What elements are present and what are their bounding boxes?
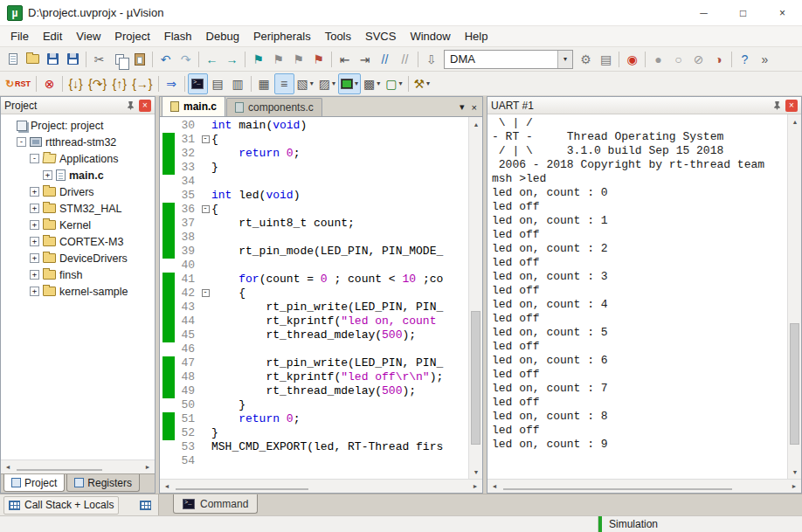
expand-icon[interactable]: + xyxy=(30,270,39,280)
tree-item-kernel[interactable]: +Kernel xyxy=(1,217,155,233)
expand-icon[interactable]: + xyxy=(43,170,52,180)
uart-vscrollbar[interactable]: ▲ ▼ xyxy=(787,114,801,479)
resize-grip[interactable] xyxy=(788,516,802,532)
redo-button[interactable]: ↷ xyxy=(176,49,196,70)
uart-output[interactable]: \ | /- RT - Thread Operating System / | … xyxy=(487,114,787,479)
watch-grid-button[interactable] xyxy=(135,496,155,515)
pin-icon[interactable] xyxy=(124,100,136,112)
save-all-button[interactable] xyxy=(63,49,83,70)
menu-project[interactable]: Project xyxy=(107,27,156,45)
disassembly-window-button[interactable]: ▤ xyxy=(208,73,228,94)
tab-list-icon[interactable]: ▾ xyxy=(460,101,465,113)
scroll-up-icon[interactable]: ▲ xyxy=(469,117,482,131)
step-into-button[interactable]: {↓} xyxy=(66,73,86,94)
menu-view[interactable]: View xyxy=(69,27,107,45)
load-application-button[interactable]: ⇩ xyxy=(421,49,441,70)
editor-hscrollbar[interactable]: ◄ ► xyxy=(160,479,482,493)
menu-svcs[interactable]: SVCS xyxy=(358,27,403,45)
save-button[interactable] xyxy=(43,49,63,70)
bookmark-toggle-button[interactable]: ⚑ xyxy=(248,49,268,70)
tree-item-finsh[interactable]: +finsh xyxy=(1,266,155,283)
open-file-button[interactable] xyxy=(23,49,43,70)
menu-tools[interactable]: Tools xyxy=(318,27,358,45)
toolbox-button[interactable]: ⚒▾ xyxy=(411,73,433,94)
bookmark-prev-button[interactable]: ⚑ xyxy=(268,49,288,70)
maximize-button[interactable]: □ xyxy=(723,0,763,25)
callstack-window-button[interactable]: ≡ xyxy=(274,73,294,94)
menu-peripherals[interactable]: Peripherals xyxy=(246,27,318,45)
scroll-thumb[interactable] xyxy=(17,469,102,471)
bookmark-clear-button[interactable]: ⚑ xyxy=(308,49,328,70)
comment-button[interactable]: // xyxy=(375,49,395,70)
tab-registers[interactable]: Registers xyxy=(66,474,140,492)
command-tab[interactable]: Command xyxy=(173,494,258,514)
expand-icon[interactable]: + xyxy=(30,220,39,230)
run-button[interactable]: ⇒ xyxy=(162,73,182,94)
tab-components-c[interactable]: components.c xyxy=(226,98,322,116)
tree-item-stm32-hal[interactable]: +STM32_HAL xyxy=(1,200,155,217)
tab-main-c[interactable]: main.c xyxy=(162,96,225,116)
reset-button[interactable]: ↻RST xyxy=(3,73,33,94)
scroll-left-icon[interactable]: ◄ xyxy=(487,480,501,494)
expand-icon[interactable]: + xyxy=(30,253,39,263)
code-editor[interactable]: 30int main(void)31-{32 return 0;33}3435i… xyxy=(160,117,468,479)
breakpoint-disable-button[interactable]: ○ xyxy=(668,49,688,70)
step-over-button[interactable]: {↷} xyxy=(86,73,109,94)
unindent-button[interactable]: ⇤ xyxy=(335,49,355,70)
tree-item-kernel-sample[interactable]: +kernel-sample xyxy=(1,283,155,300)
new-file-button[interactable] xyxy=(3,49,23,70)
project-tree[interactable]: Project: project-rtthread-stm32-Applicat… xyxy=(1,114,155,459)
scroll-down-icon[interactable]: ▼ xyxy=(788,465,801,479)
project-hscrollbar[interactable]: ◄ ► xyxy=(1,459,155,473)
tree-item-project-project[interactable]: Project: project xyxy=(1,117,155,134)
expand-icon[interactable]: + xyxy=(30,187,39,197)
scroll-thumb[interactable] xyxy=(176,488,308,490)
collapse-icon[interactable]: - xyxy=(17,137,26,147)
breakpoint-toggle-button[interactable]: ● xyxy=(648,49,668,70)
pin-icon[interactable] xyxy=(771,100,783,112)
close-icon[interactable]: × xyxy=(785,100,798,112)
tree-item-applications[interactable]: -Applications xyxy=(1,150,155,167)
menu-edit[interactable]: Edit xyxy=(36,27,69,45)
expand-icon[interactable]: + xyxy=(30,237,39,246)
scroll-right-icon[interactable]: ► xyxy=(468,480,482,494)
tab-project[interactable]: Project xyxy=(3,474,65,492)
nav-back-button[interactable]: ← xyxy=(202,49,222,70)
run-to-cursor-button[interactable]: {→} xyxy=(129,73,155,94)
bookmark-next-button[interactable]: ⚑ xyxy=(288,49,308,70)
uart-hscrollbar[interactable]: ◄ ► xyxy=(487,479,801,493)
breakpoint-enable-all-button[interactable]: ◑ xyxy=(709,49,729,70)
scroll-track[interactable] xyxy=(469,131,482,465)
copy-button[interactable] xyxy=(109,49,129,70)
tree-item-rtthread-stm32[interactable]: -rtthread-stm32 xyxy=(1,134,155,150)
paste-button[interactable] xyxy=(129,49,149,70)
file-extensions-button[interactable]: ▤ xyxy=(596,49,616,70)
scroll-right-icon[interactable]: ► xyxy=(141,460,155,474)
indent-button[interactable]: ⇥ xyxy=(355,49,375,70)
find-in-files-button[interactable]: ◉ xyxy=(622,49,642,70)
fold-collapse-icon[interactable]: - xyxy=(202,289,210,297)
scroll-right-icon[interactable]: ► xyxy=(787,480,801,494)
scroll-track[interactable] xyxy=(788,128,801,465)
close-tab-icon[interactable]: × xyxy=(472,102,477,113)
stop-debug-button[interactable]: ⊗ xyxy=(39,73,59,94)
minimize-button[interactable]: ─ xyxy=(684,0,723,25)
undo-button[interactable]: ↶ xyxy=(156,49,176,70)
tree-item-devicedrivers[interactable]: +DeviceDrivers xyxy=(1,250,155,266)
serial-window-button[interactable]: ▾ xyxy=(338,73,361,94)
target-select[interactable]: DMA▾ xyxy=(444,50,573,69)
menu-debug[interactable]: Debug xyxy=(199,27,246,45)
fold-collapse-icon[interactable]: - xyxy=(202,205,210,213)
step-out-button[interactable]: {↑} xyxy=(109,73,129,94)
call-stack-locals-button[interactable]: Call Stack + Locals xyxy=(3,496,119,515)
tree-item-cortex-m3[interactable]: +CORTEX-M3 xyxy=(1,233,155,250)
scroll-left-icon[interactable]: ◄ xyxy=(160,480,174,494)
command-window-button[interactable] xyxy=(188,73,208,94)
help-button[interactable]: ? xyxy=(735,49,755,70)
toolbar-overflow-button[interactable]: » xyxy=(755,49,775,70)
fold-collapse-icon[interactable]: - xyxy=(202,135,210,143)
menu-flash[interactable]: Flash xyxy=(157,27,199,45)
breakpoint-kill-button[interactable]: ⊘ xyxy=(688,49,709,70)
collapse-icon[interactable]: - xyxy=(30,154,39,163)
expand-icon[interactable]: + xyxy=(30,287,39,296)
